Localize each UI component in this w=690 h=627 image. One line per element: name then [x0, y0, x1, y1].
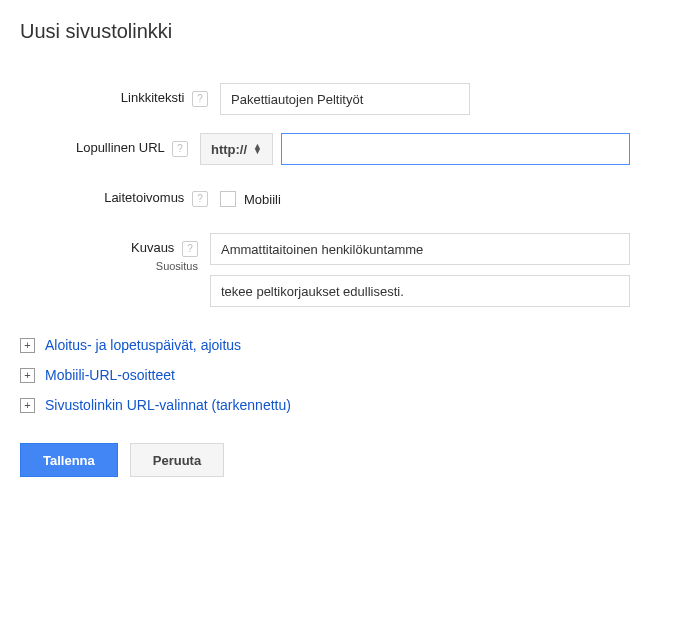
expander-url-options[interactable]: + Sivustolinkin URL-valinnat (tarkennett…	[20, 397, 630, 413]
protocol-label: http://	[211, 142, 247, 157]
row-device-pref: Laitetoivomus ? Mobiili	[20, 183, 630, 215]
description-line2-input[interactable]	[210, 275, 630, 307]
label-description: Kuvaus	[131, 240, 174, 255]
link-text-input[interactable]	[220, 83, 470, 115]
label-device-pref: Laitetoivomus	[104, 190, 184, 205]
label-link-text: Linkkiteksti	[121, 90, 185, 105]
expander-label: Sivustolinkin URL-valinnat (tarkennettu)	[45, 397, 291, 413]
row-link-text: Linkkiteksti ?	[20, 83, 630, 115]
row-description: Kuvaus ? Suositus	[20, 233, 630, 307]
expander-label: Aloitus- ja lopetuspäivät, ajoitus	[45, 337, 241, 353]
plus-icon: +	[20, 368, 35, 383]
page-title: Uusi sivustolinkki	[20, 20, 630, 43]
plus-icon: +	[20, 338, 35, 353]
help-icon[interactable]: ?	[192, 91, 208, 107]
help-icon[interactable]: ?	[192, 191, 208, 207]
expander-label: Mobiili-URL-osoitteet	[45, 367, 175, 383]
cancel-button[interactable]: Peruuta	[130, 443, 224, 477]
help-icon[interactable]: ?	[182, 241, 198, 257]
label-final-url: Lopullinen URL	[76, 140, 164, 155]
expander-dates[interactable]: + Aloitus- ja lopetuspäivät, ajoitus	[20, 337, 630, 353]
final-url-input[interactable]	[281, 133, 630, 165]
mobile-checkbox-label: Mobiili	[244, 192, 281, 207]
row-final-url: Lopullinen URL ? http:// ▲▼	[20, 133, 630, 165]
help-icon[interactable]: ?	[172, 141, 188, 157]
button-row: Tallenna Peruuta	[20, 443, 630, 477]
description-line1-input[interactable]	[210, 233, 630, 265]
plus-icon: +	[20, 398, 35, 413]
protocol-select[interactable]: http:// ▲▼	[200, 133, 273, 165]
chevron-up-down-icon: ▲▼	[253, 144, 262, 154]
mobile-checkbox[interactable]	[220, 191, 236, 207]
expanders-section: + Aloitus- ja lopetuspäivät, ajoitus + M…	[20, 337, 630, 413]
save-button[interactable]: Tallenna	[20, 443, 118, 477]
label-description-sub: Suositus	[20, 259, 198, 273]
expander-mobile-url[interactable]: + Mobiili-URL-osoitteet	[20, 367, 630, 383]
